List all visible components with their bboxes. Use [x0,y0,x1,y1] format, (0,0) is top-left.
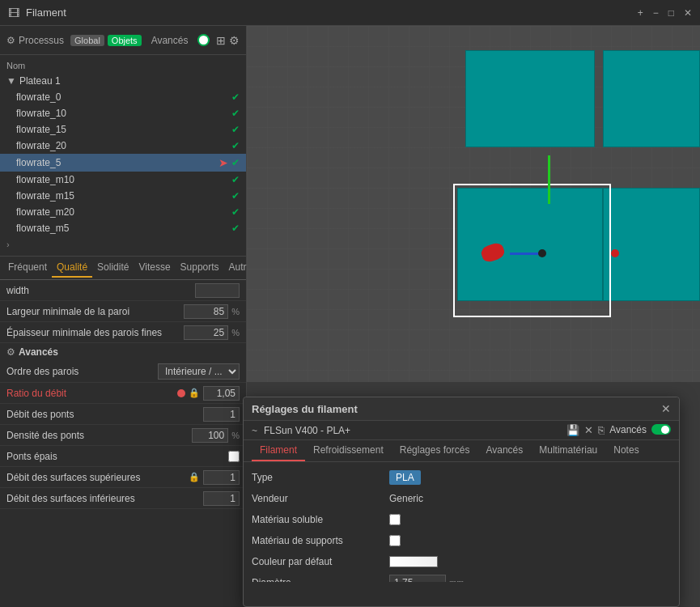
densite-input[interactable] [192,428,228,443]
processus-label: Processus [19,35,64,46]
tab-supports[interactable]: Supports [176,258,224,278]
vendeur-row: Vendeur Generic [252,488,671,509]
couleur-label: Couleur par défaut [252,556,389,567]
densite-label: Densité des ponts [6,430,192,441]
materiau-supports-row: Matériau de supports [252,530,671,551]
list-item[interactable]: flowrate_m15 ✔ [0,188,246,204]
badge-objets[interactable]: Objets [108,35,142,46]
epaisseur-input[interactable] [184,325,228,340]
check-icon: ✔ [231,206,240,218]
save-icon[interactable]: 💾 [566,424,579,436]
dtab-refroidissement[interactable]: Refroidissement [305,440,392,461]
plateau-row[interactable]: ▼ Plateau 1 [0,73,246,89]
badge-global[interactable]: Global [70,35,104,46]
delete-icon[interactable]: ✕ [584,424,593,436]
dialog-close-button[interactable]: ✕ [661,402,671,415]
list-item[interactable]: flowrate_m5 ✔ [0,220,246,236]
ordre-select[interactable]: Intérieure / ... [158,363,240,380]
materiau-soluble-row: Matériau soluble [252,509,671,530]
tab-frequent[interactable]: Fréquent [3,258,52,278]
filament-dialog: Réglages du filament ✕ ~ FLSun V400 - PL… [243,397,680,607]
dialog-subtitle-bar: ~ FLSun V400 - PLA+ 💾 ✕ ⎘ Avancés [244,421,679,440]
tab-solidite[interactable]: Solidité [92,258,134,278]
check-icon: ✔ [231,108,240,119]
add-icon[interactable]: + [638,7,643,19]
list-item[interactable]: flowrate_m10 ✔ [0,172,246,188]
viewport [247,26,700,382]
diametre-input[interactable] [389,575,446,582]
dtab-filament[interactable]: Filament [252,440,305,461]
grid-background [247,26,700,382]
largeur-label: Largeur minimale de la paroi [6,306,184,317]
materiau-soluble-checkbox[interactable] [389,514,401,525]
dialog-subtitle: FLSun V400 - PLA+ [264,425,560,436]
couleur-row: Couleur par défaut [252,551,671,572]
densite-unit: % [231,431,240,440]
color-swatch[interactable] [389,556,438,567]
epaisseur-label: Épaisseur minimale des parois fines [6,327,184,338]
axis-origin [538,249,546,257]
z-axis [548,155,550,204]
avances-label-dialog: Avancés [609,424,647,436]
dtab-multimateriau[interactable]: Multimatériau [531,440,605,461]
settings-icon[interactable]: ⚙ [229,34,240,47]
tab-bar-1: ⚙ Processus Global Objets Avancés ⊞ ⚙ [0,26,246,55]
dtab-reglages-forces[interactable]: Réglages forcés [392,440,478,461]
app-title: Filament [26,6,66,19]
debit-sup-label: Débit des surfaces supérieures [6,472,189,483]
selection-rect [453,184,611,317]
debit-ponts-input[interactable] [203,407,240,422]
list-item[interactable]: flowrate_20 ✔ [0,138,246,154]
item-name: flowrate_m5 [16,223,69,234]
top-bar: 🎞 Filament + − □ ✕ [0,0,700,26]
dtab-notes[interactable]: Notes [605,440,647,461]
avances-section: ⚙ Avancés [0,343,246,361]
debit-inf-input[interactable] [203,491,240,506]
expand-more[interactable]: › [0,236,246,253]
item-name: flowrate_20 [16,140,66,151]
list-item[interactable]: flowrate_15 ✔ [0,121,246,138]
width-input[interactable] [195,283,240,298]
layout-icon[interactable]: ⊞ [216,34,226,47]
tab-vitesse[interactable]: Vitesse [134,258,175,278]
type-label: Type [252,472,389,483]
maximize-icon[interactable]: □ [668,7,674,19]
width-row: width [0,280,246,301]
list-item[interactable]: flowrate_m20 ✔ [0,204,246,220]
debit-ponts-row: Débit des ponts [0,404,246,425]
vendeur-value: Generic [389,493,423,504]
avances-toggle[interactable] [197,34,210,46]
copy-icon[interactable]: ⎘ [598,424,605,436]
lock-icon-sup: 🔒 [189,472,200,482]
arrow-icon: ➤ [218,156,228,169]
list-item[interactable]: flowrate_0 ✔ [0,89,246,105]
diametre-unit: mm [449,578,464,582]
pla-badge: PLA [389,470,421,485]
diametre-label: Diamètre [252,577,389,582]
list-item-selected[interactable]: flowrate_5 ➤ ✔ [0,154,246,172]
dialog-content: Type PLA Vendeur Generic Matériau solubl… [244,462,679,582]
width-value [195,283,240,298]
materiau-supports-checkbox[interactable] [389,535,401,546]
epaisseur-unit: % [231,328,240,337]
check-icon: ✔ [231,91,240,103]
item-name: flowrate_5 [16,157,61,168]
tab-qualite[interactable]: Qualité [52,258,92,278]
close-icon[interactable]: ✕ [684,7,692,19]
largeur-input[interactable] [184,304,228,319]
check-icon: ✔ [231,124,240,135]
item-name: flowrate_0 [16,91,61,103]
densite-row: Densité des ponts % [0,425,246,446]
list-item[interactable]: flowrate_10 ✔ [0,105,246,121]
dtab-avances[interactable]: Avancés [477,440,531,461]
item-name: flowrate_m10 [16,174,74,185]
teal-block-2 [603,50,700,147]
ratio-input[interactable] [203,386,240,401]
lock-icon: 🔒 [189,388,200,398]
ponts-epais-checkbox[interactable] [228,451,240,462]
minimize-icon[interactable]: − [653,7,659,19]
avances-toggle-dialog[interactable] [651,424,671,435]
debit-sup-input[interactable] [203,470,240,485]
largeur-unit: % [231,307,240,316]
diametre-row: Diamètre mm [252,572,671,582]
